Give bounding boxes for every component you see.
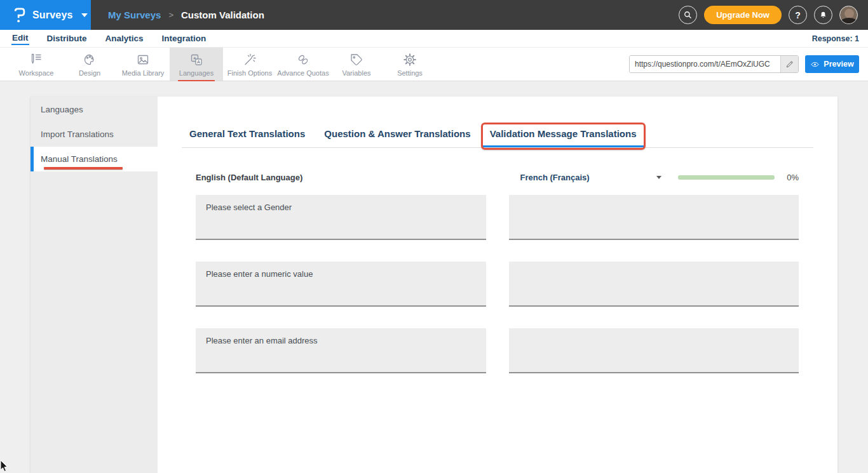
source-text-gender: Please select a Gender [196,195,486,240]
toolbar-label: Media Library [122,69,165,77]
help-button[interactable]: ? [789,6,807,24]
toolbar-label: Settings [397,69,423,77]
chevron-down-icon [656,176,661,179]
languages-panel: Languages Import Translations Manual Tra… [31,97,837,473]
source-language-label: English (Default Language) [196,173,302,182]
tab-distribute[interactable]: Distribute [46,32,88,44]
preview-button[interactable]: Preview [805,55,859,73]
product-menu-label: Surveys [32,10,73,21]
avatar-face [844,9,854,18]
translation-progress-percent: 0% [775,173,799,182]
target-text-gender-input[interactable] [509,195,799,240]
target-language-column: French (Français) 0% [509,173,799,182]
advance-quotas-icon [295,52,311,67]
tab-label: Validation Message Translations [490,128,637,139]
page-body: Languages Import Translations Manual Tra… [0,81,868,473]
variables-icon [349,52,364,67]
mouse-cursor [0,460,9,473]
survey-url-field-wrap [629,55,799,73]
questionpro-logo-icon [13,7,27,23]
tab-edit[interactable]: Edit [11,32,29,45]
survey-url-input[interactable] [630,56,780,72]
breadcrumb-separator: > [168,10,173,20]
languages-sidebar: Languages Import Translations Manual Tra… [31,97,158,473]
target-text-numeric-input[interactable] [509,262,799,307]
sidebar-item-import-translations[interactable]: Import Translations [31,122,158,147]
target-language-select[interactable]: French (Français) [509,173,661,182]
finish-options-icon [242,52,257,67]
edit-url-button[interactable] [780,56,798,72]
toolbar-item-languages[interactable]: ★ A Languages [170,48,223,81]
annotation-underline-manual-translations [44,167,123,170]
top-header: Surveys My Surveys > Custom Validation U… [0,0,868,30]
toolbar-item-media-library[interactable]: Media Library [116,48,170,81]
toolbar-label: Design [79,69,100,77]
sidebar-item-manual-translations[interactable]: Manual Translations [31,147,158,171]
toolbar-item-variables[interactable]: Variables [330,48,383,81]
translation-row: Please enter an email address [196,328,799,373]
bell-icon [818,10,828,20]
user-avatar[interactable] [839,6,858,24]
translation-tabs: General Text Translations Question & Ans… [182,128,813,148]
notifications-button[interactable] [814,6,832,24]
sidebar-item-languages[interactable]: Languages [31,97,158,122]
translation-progress-bar [678,175,775,180]
tab-question-answer-translations[interactable]: Question & Answer Translations [316,128,478,147]
settings-icon [402,52,417,67]
workspace-icon [29,52,44,67]
translation-row: Please enter a numeric value [196,262,799,307]
chevron-down-icon [81,13,88,17]
pencil-icon [785,60,794,69]
tab-general-text-translations[interactable]: General Text Translations [182,128,313,147]
manual-translations-content: General Text Translations Question & Ans… [158,97,837,473]
toolbar-item-settings[interactable]: Settings [383,48,437,81]
toolbar-item-advance-quotas[interactable]: Advance Quotas [276,48,330,81]
toolbar-label: Advance Quotas [277,69,329,77]
product-menu[interactable]: Surveys [0,0,91,30]
source-language-column: English (Default Language) [196,173,486,182]
header-actions: Upgrade Now ? [679,0,868,30]
tab-analytics[interactable]: Analytics [105,32,144,44]
eye-icon [810,60,820,69]
translation-rows: Please select a Gender Please enter a nu… [196,195,799,373]
source-text-numeric: Please enter a numeric value [196,262,486,307]
tab-integration[interactable]: Integration [161,32,207,44]
edit-toolbar: Workspace Design Media Library ★ A [0,48,868,81]
languages-icon: ★ A [189,52,204,67]
toolbar-label: Languages [179,69,214,77]
search-icon [683,10,693,20]
translation-row: Please select a Gender [196,195,799,240]
toolbar-label: Variables [342,69,370,77]
svg-text:A: A [197,59,201,65]
toolbar-label: Finish Options [227,69,272,77]
breadcrumb-my-surveys[interactable]: My Surveys [108,10,161,20]
target-language-label: French (Français) [520,173,590,182]
app-screen: Surveys My Surveys > Custom Validation U… [0,0,868,473]
target-text-email-input[interactable] [509,328,799,373]
question-mark-icon: ? [795,10,801,20]
toolbar-item-workspace[interactable]: Workspace [10,48,63,81]
media-library-icon [135,52,151,67]
svg-text:★: ★ [193,56,196,61]
language-header-row: English (Default Language) French (Franç… [196,173,799,182]
toolbar-item-design[interactable]: Design [63,48,116,81]
response-count: Response: 1 [812,34,859,43]
tab-validation-message-translations[interactable]: Validation Message Translations [482,128,644,147]
breadcrumb: My Surveys > Custom Validation [108,0,264,30]
toolbar-item-finish-options[interactable]: Finish Options [223,48,276,81]
avatar-shoulders [841,18,857,24]
search-button[interactable] [679,6,697,24]
breadcrumb-current: Custom Validation [181,10,264,20]
survey-url-group: Preview [629,55,859,73]
toolbar-label: Workspace [19,69,54,77]
survey-subnav: Edit Distribute Analytics Integration Re… [0,30,868,48]
sidebar-item-label: Manual Translations [41,154,118,164]
design-icon [82,52,97,67]
source-text-email: Please enter an email address [196,328,486,373]
upgrade-now-button[interactable]: Upgrade Now [704,6,782,24]
preview-button-label: Preview [824,60,853,69]
